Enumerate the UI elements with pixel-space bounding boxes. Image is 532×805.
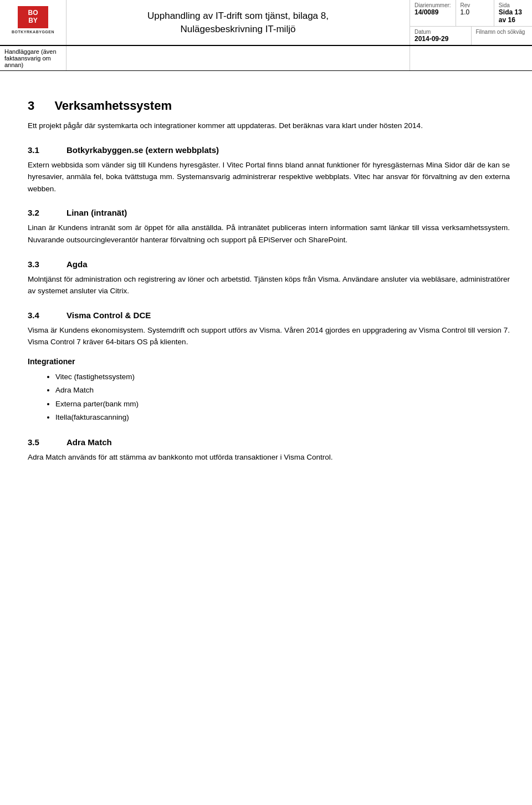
section-33: 3.3 Agda Molntjänst för administration o… — [28, 259, 510, 297]
diarienummer-label: Diarienummer: — [415, 2, 451, 8]
section-31-text: Extern webbsida som vänder sig till Kund… — [28, 159, 510, 195]
datum-label: Datum — [415, 29, 467, 35]
diarienummer-cell: Diarienummer: 14/0089 — [410, 0, 456, 26]
section-32: 3.2 Linan (intranät) Linan är Kundens in… — [28, 208, 510, 246]
document-title: Upphandling av IT-drift som tjänst, bila… — [66, 0, 410, 45]
list-item: Vitec (fastighetssystem) — [55, 370, 510, 384]
sida-label: Sida — [499, 2, 528, 8]
title-line2: Nulägesbeskrivning IT-miljö — [181, 24, 296, 34]
rev-value: 1.0 — [461, 8, 489, 16]
section-33-text: Molntjänst för administration och regist… — [28, 273, 510, 297]
filnamn-label: Filnamn och sökväg — [476, 29, 528, 35]
sida-cell: Sida Sida 13 av 16 — [494, 0, 532, 26]
header: BO BY BOTKYRKABYGGEN Upphandling av IT-d… — [0, 0, 532, 46]
meta-row-2: Datum 2014-09-29 Filnamn och sökväg — [410, 27, 532, 45]
section-31-header: 3.1 Botkyrkabyggen.se (extern webbplats) — [28, 145, 510, 155]
section-34-header: 3.4 Visma Control & DCE — [28, 310, 510, 320]
page: BO BY BOTKYRKABYGGEN Upphandling av IT-d… — [0, 0, 532, 805]
section-32-header: 3.2 Linan (intranät) — [28, 208, 510, 217]
svg-text:BY: BY — [28, 17, 38, 24]
section-35-title: Adra Match — [66, 437, 112, 447]
diarienummer-value: 14/0089 — [415, 8, 451, 16]
header-meta: Diarienummer: 14/0089 Rev 1.0 Sida Sida … — [410, 0, 532, 45]
section-34-text: Visma är Kundens ekonomisystem. Systemdr… — [28, 324, 510, 348]
section-31: 3.1 Botkyrkabyggen.se (extern webbplats)… — [28, 145, 510, 195]
rev-cell: Rev 1.0 — [456, 0, 494, 26]
integrations-title: Integrationer — [28, 357, 510, 366]
section-32-title: Linan (intranät) — [66, 208, 127, 217]
datum-value: 2014-09-29 — [415, 35, 467, 43]
section-35-number: 3.5 — [28, 437, 50, 447]
section-35: 3.5 Adra Match Adra Match används för at… — [28, 437, 510, 463]
sub-right — [410, 46, 532, 70]
section-34: 3.4 Visma Control & DCE Visma är Kundens… — [28, 310, 510, 424]
sida-value: Sida 13 av 16 — [499, 8, 528, 24]
section-31-title: Botkyrkabyggen.se (extern webbplats) — [66, 145, 219, 155]
rev-label: Rev — [461, 2, 489, 8]
integrations-list: Vitec (fastighetssystem) Adra Match Exte… — [55, 370, 510, 424]
logo-area: BO BY BOTKYRKABYGGEN — [0, 0, 66, 45]
handlaggare-cell: Handläggare (även faktaansvarig om annan… — [0, 46, 66, 70]
section-35-header: 3.5 Adra Match — [28, 437, 510, 447]
section-34-title: Visma Control & DCE — [66, 310, 151, 320]
list-item: Adra Match — [55, 384, 510, 397]
list-item: Itella(fakturascanning) — [55, 411, 510, 424]
list-item: Externa parter(bank mm) — [55, 398, 510, 411]
sub-header: Handläggare (även faktaansvarig om annan… — [0, 46, 532, 71]
content: 3 Verksamhetssystem Ett projekt pågår dä… — [0, 71, 532, 485]
section-3-title: 3 Verksamhetssystem — [28, 99, 510, 113]
logo-icon: BO BY — [18, 6, 48, 28]
section-33-number: 3.3 — [28, 259, 50, 269]
section-3-number: 3 — [28, 99, 34, 113]
section-34-number: 3.4 — [28, 310, 50, 320]
svg-text:BO: BO — [28, 9, 38, 17]
integrations-section: Integrationer Vitec (fastighetssystem) A… — [28, 357, 510, 424]
section-33-title: Agda — [66, 259, 88, 269]
meta-row-1: Diarienummer: 14/0089 Rev 1.0 Sida Sida … — [410, 0, 532, 27]
title-text: Upphandling av IT-drift som tjänst, bila… — [147, 9, 329, 36]
filnamn-cell: Filnamn och sökväg — [472, 27, 533, 45]
section-33-header: 3.3 Agda — [28, 259, 510, 269]
title-line1: Upphandling av IT-drift som tjänst, bila… — [147, 11, 329, 21]
handlaggare-label: Handläggare (även faktaansvarig om annan… — [4, 48, 57, 68]
logo: BO BY BOTKYRKABYGGEN — [14, 6, 53, 39]
section-31-number: 3.1 — [28, 145, 50, 155]
datum-cell: Datum 2014-09-29 — [410, 27, 472, 45]
section-3-intro: Ett projekt pågår där systemkarta och in… — [28, 120, 510, 132]
logo-text: BOTKYRKABYGGEN — [12, 30, 54, 34]
section-3: 3 Verksamhetssystem Ett projekt pågår dä… — [28, 99, 510, 132]
section-35-text: Adra Match används för att stämma av ban… — [28, 451, 510, 463]
sub-mid — [66, 46, 410, 70]
section-3-heading: Verksamhetssystem — [54, 99, 172, 113]
section-32-text: Linan är Kundens intranät som är öppet f… — [28, 222, 510, 246]
section-32-number: 3.2 — [28, 208, 50, 217]
